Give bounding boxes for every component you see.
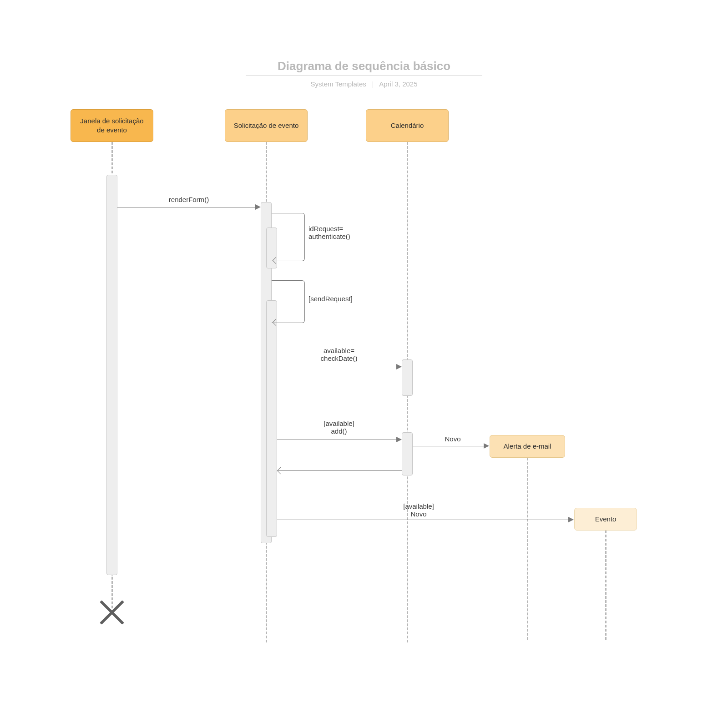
arrow-line xyxy=(277,520,569,520)
arrow-line xyxy=(277,367,397,367)
diagram-subtitle: System Templates April 3, 2025 xyxy=(0,80,728,88)
self-loop-send xyxy=(272,280,305,323)
activation-a3-add xyxy=(402,432,413,475)
lifeline-a4 xyxy=(527,458,528,640)
actor-a2[interactable]: Solicitação de evento xyxy=(225,109,308,142)
arrow-left-icon xyxy=(277,467,284,475)
message-send-request: [sendRequest] xyxy=(308,295,372,303)
actor-a5[interactable]: Evento xyxy=(574,508,637,531)
message-authenticate: idRequest= authenticate() xyxy=(308,225,372,240)
arrow-right-icon xyxy=(396,437,402,442)
activation-a2-send xyxy=(266,300,277,537)
arrow-right-icon xyxy=(396,364,402,369)
activation-a1 xyxy=(106,175,117,575)
arrow-right-icon xyxy=(484,443,489,449)
actor-a3[interactable]: Calendário xyxy=(366,109,449,142)
author-label: System Templates xyxy=(310,80,366,88)
message-check-date: available= checkDate() xyxy=(291,347,387,362)
self-loop-auth xyxy=(272,213,305,261)
actor-a1[interactable]: Janela de solicitação de evento xyxy=(71,109,153,142)
arrow-line xyxy=(278,470,402,471)
message-novo-evento: [available] Novo xyxy=(373,502,464,518)
lifeline-a5 xyxy=(605,531,607,640)
title-rule xyxy=(246,76,482,76)
diagram-canvas: Diagrama de sequência básico System Temp… xyxy=(0,0,728,728)
arrow-line xyxy=(277,440,397,440)
arrow-line xyxy=(117,207,256,207)
message-render-form: renderForm() xyxy=(136,196,241,203)
message-novo-email: Novo xyxy=(432,435,473,443)
separator-icon xyxy=(373,81,373,88)
activation-a3-check xyxy=(402,359,413,396)
arrow-right-icon xyxy=(568,517,574,522)
actor-a4[interactable]: Alerta de e-mail xyxy=(490,435,565,458)
arrow-line xyxy=(413,446,485,446)
date-label: April 3, 2025 xyxy=(379,80,417,88)
diagram-title: Diagrama de sequência básico xyxy=(0,59,728,73)
arrow-right-icon xyxy=(255,204,261,210)
message-add: [available] add() xyxy=(291,420,387,435)
